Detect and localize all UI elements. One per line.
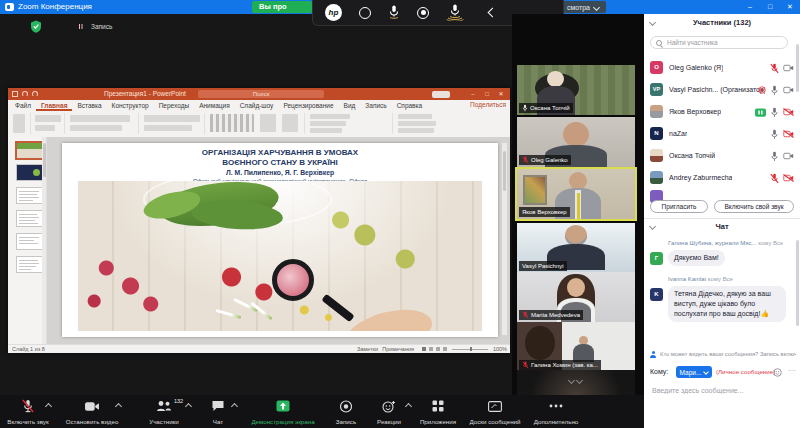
video-tile[interactable]: Vasyl Pasichnyi bbox=[517, 223, 635, 273]
tab-view[interactable]: Вид bbox=[339, 100, 361, 111]
slide-thumbnail-panel bbox=[8, 137, 47, 345]
chevron-left-icon[interactable] bbox=[488, 8, 498, 18]
slide-thumbnail-2[interactable] bbox=[16, 164, 44, 181]
chat-message-input[interactable] bbox=[650, 386, 794, 395]
chevron-up-icon[interactable] bbox=[115, 403, 122, 410]
minimize-icon[interactable]: – bbox=[740, 0, 760, 14]
powerpoint-titlebar: Презентация1 - PowerPoint Поиск – □ ✕ bbox=[8, 88, 510, 100]
chat-button[interactable]: Чат bbox=[196, 395, 240, 428]
participant-row[interactable]: VP Vasyl Pasichn... (Организатор) bbox=[644, 80, 800, 100]
tab-slideshow[interactable]: Слайд-шоу bbox=[235, 100, 279, 111]
arrange-button[interactable] bbox=[260, 114, 276, 132]
participant-row[interactable]: Оксана Топчій bbox=[644, 146, 800, 166]
video-tile[interactable]: Галина Хомин (зав. ка... bbox=[517, 322, 635, 372]
tab-file[interactable]: Файл bbox=[10, 100, 36, 111]
slideshow-view-icon[interactable] bbox=[443, 347, 447, 351]
tab-home[interactable]: Главная bbox=[36, 100, 72, 111]
view-settings-button[interactable]: смотра bbox=[560, 1, 606, 13]
tab-review[interactable]: Рецензирование bbox=[278, 100, 338, 111]
search-icon bbox=[656, 40, 662, 46]
chat-message: Тетяна Дідечко, дякую за ваш виступ, дуж… bbox=[668, 286, 786, 322]
maximize-icon[interactable]: □ bbox=[760, 0, 780, 14]
video-tile-partial[interactable] bbox=[517, 370, 635, 395]
powerpoint-search-box[interactable]: Поиск bbox=[198, 90, 324, 98]
chat-more-icon[interactable]: … bbox=[788, 364, 796, 373]
slide-thumbnail-6[interactable] bbox=[16, 256, 44, 273]
tab-insert[interactable]: Вставка bbox=[72, 100, 106, 111]
window-controls: – □ ✕ bbox=[740, 0, 800, 14]
quick-access-toolbar[interactable] bbox=[12, 91, 38, 97]
select-button[interactable] bbox=[398, 128, 434, 133]
tab-record[interactable]: Запись bbox=[360, 100, 391, 111]
participant-row[interactable]: Andrey Zaburmecha bbox=[644, 168, 800, 188]
replace-button[interactable] bbox=[398, 121, 436, 126]
thumbnail-scrollbar[interactable] bbox=[42, 137, 46, 345]
close-icon[interactable]: ✕ bbox=[494, 88, 508, 100]
chevron-up-icon[interactable] bbox=[231, 403, 238, 410]
participant-row[interactable]: N naZar bbox=[644, 124, 800, 144]
share-screen-button[interactable]: Демонстрация экрана bbox=[242, 395, 324, 428]
chevron-up-icon[interactable] bbox=[405, 403, 412, 410]
microphone-waves-icon[interactable] bbox=[446, 4, 464, 21]
unmute-button[interactable]: Включить звук bbox=[0, 395, 56, 428]
sorter-view-icon[interactable] bbox=[429, 347, 433, 351]
participants-icon bbox=[156, 400, 172, 413]
speaking-badge-icon bbox=[755, 108, 766, 117]
powerpoint-account-pill[interactable] bbox=[432, 91, 450, 98]
tab-transitions[interactable]: Переходы bbox=[154, 100, 195, 111]
chat-recipient-dropdown[interactable]: Мари... bbox=[676, 366, 712, 378]
zoom-slider-knob[interactable] bbox=[470, 347, 472, 351]
chat-scrollbar[interactable] bbox=[796, 240, 799, 326]
participant-row[interactable]: O Oleg Galenko (Я) bbox=[644, 58, 800, 78]
participants-scrollbar[interactable] bbox=[796, 44, 799, 92]
video-tile[interactable]: Оксана Топчій bbox=[517, 65, 635, 115]
microphone-icon[interactable] bbox=[388, 5, 400, 20]
video-tile-active-speaker[interactable]: Яков Верховкер bbox=[517, 169, 635, 219]
security-shield-icon[interactable] bbox=[30, 20, 42, 33]
participant-search-input[interactable] bbox=[650, 36, 788, 49]
slide-thumbnail-5[interactable] bbox=[16, 233, 44, 250]
unmute-self-button[interactable]: Включить свой звук bbox=[714, 200, 794, 213]
camera-off-icon bbox=[783, 130, 794, 138]
circle-icon[interactable] bbox=[359, 7, 371, 19]
invite-button[interactable]: Пригласить bbox=[650, 200, 708, 213]
normal-view-icon[interactable] bbox=[422, 347, 426, 351]
ellipsis-icon bbox=[549, 404, 563, 408]
slide-scrollbar[interactable] bbox=[502, 143, 507, 335]
zoom-window: Zoom Конференция – □ ✕ Вы про смотра hp bbox=[0, 0, 800, 428]
comments-button[interactable]: Примечания bbox=[382, 346, 414, 352]
close-icon[interactable]: ✕ bbox=[780, 0, 800, 14]
video-tile[interactable]: Oleg Galenko bbox=[517, 117, 635, 167]
camera-off-icon bbox=[783, 64, 794, 72]
mic-muted-icon bbox=[770, 63, 779, 74]
tab-design[interactable]: Конструктор bbox=[107, 100, 154, 111]
reactions-button[interactable]: Реакции bbox=[366, 395, 412, 428]
more-button[interactable]: Дополнительно bbox=[528, 395, 584, 428]
share-button[interactable]: Поделиться bbox=[470, 101, 506, 108]
avatar: Г bbox=[650, 252, 663, 265]
emoji-picker-icon[interactable] bbox=[773, 368, 782, 377]
stop-video-button[interactable]: Остановить видео bbox=[58, 395, 126, 428]
whiteboards-button[interactable]: Доски сообщений bbox=[464, 395, 526, 428]
participants-button[interactable]: 132 Участники bbox=[136, 395, 192, 428]
find-button[interactable] bbox=[398, 114, 432, 119]
apps-button[interactable]: Приложения bbox=[414, 395, 462, 428]
record-circle-icon[interactable] bbox=[417, 7, 429, 19]
notes-button[interactable]: Заметки bbox=[357, 346, 378, 352]
video-tile[interactable]: Mariia Medvedeva bbox=[517, 272, 635, 322]
reading-view-icon[interactable] bbox=[436, 347, 440, 351]
slide-thumbnail-4[interactable] bbox=[16, 210, 44, 227]
chevron-up-icon[interactable] bbox=[45, 403, 52, 410]
chevron-up-icon[interactable] bbox=[185, 403, 192, 410]
minimize-icon[interactable]: – bbox=[466, 88, 480, 100]
participant-row[interactable]: Яков Верховкер bbox=[644, 102, 800, 122]
slide-thumbnail-3[interactable] bbox=[16, 187, 44, 204]
slide-thumbnail-1[interactable] bbox=[15, 141, 45, 160]
avatar: K bbox=[650, 288, 663, 301]
tab-help[interactable]: Справка bbox=[392, 100, 428, 111]
record-button[interactable]: Запись bbox=[326, 395, 366, 428]
chevron-down-icon bbox=[593, 3, 600, 10]
tab-animations[interactable]: Анимация bbox=[194, 100, 235, 111]
maximize-icon[interactable]: □ bbox=[480, 88, 494, 100]
shapes-gallery[interactable] bbox=[210, 114, 254, 132]
